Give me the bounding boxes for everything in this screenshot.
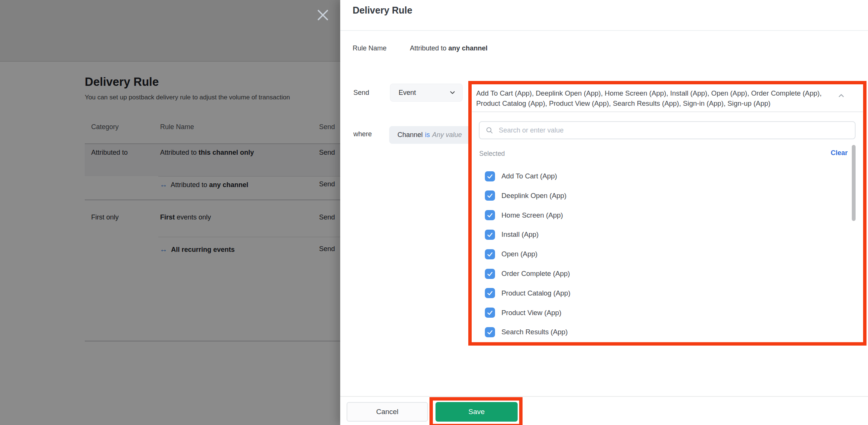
rule-name-label: Rule Name (353, 44, 387, 52)
search-icon (486, 126, 494, 134)
page-title: Delivery Rule (353, 5, 412, 16)
send-type-select[interactable]: Event (390, 84, 463, 102)
cancel-button[interactable]: Cancel (347, 402, 428, 422)
option-label: Home Screen (App) (501, 211, 563, 219)
dropdown-option[interactable]: Open (App) (485, 244, 538, 264)
footer-divider (340, 396, 868, 397)
option-label: Deeplink Open (App) (501, 192, 567, 200)
dropdown-option[interactable]: Product View (App) (485, 303, 561, 323)
checkbox-checked-icon[interactable] (485, 249, 495, 259)
screen: Delivery Rule You can set up postback de… (0, 0, 868, 425)
event-search-box (479, 121, 856, 139)
where-condition-pill[interactable]: Channel is Any value (389, 126, 471, 144)
search-input[interactable] (498, 126, 851, 135)
dropdown-option[interactable]: Search Results (App) (485, 322, 568, 342)
close-icon[interactable] (317, 9, 329, 21)
chevron-up-icon[interactable] (837, 91, 845, 101)
checkbox-checked-icon[interactable] (485, 171, 495, 181)
checkbox-checked-icon[interactable] (485, 210, 495, 220)
option-label: Add To Cart (App) (501, 172, 557, 180)
option-label: Install (App) (501, 230, 539, 239)
selected-events-summary-line2[interactable]: Product Catalog (App), Product View (App… (476, 98, 770, 108)
dropdown-option[interactable]: Home Screen (App) (485, 206, 563, 225)
where-value: Any value (432, 131, 462, 139)
option-label: Product Catalog (App) (501, 289, 570, 297)
option-label: Open (App) (501, 250, 538, 258)
where-field: Channel (397, 131, 423, 139)
where-operator: is (425, 131, 430, 139)
checkbox-checked-icon[interactable] (485, 269, 495, 279)
send-type-value: Event (399, 89, 416, 97)
chevron-down-icon (449, 89, 456, 96)
dropdown-option[interactable]: Install (App) (485, 225, 539, 244)
checkbox-checked-icon[interactable] (485, 308, 495, 318)
checkbox-checked-icon[interactable] (485, 230, 495, 240)
checkbox-checked-icon[interactable] (485, 288, 495, 298)
checkbox-checked-icon[interactable] (485, 190, 495, 201)
dropdown-header-divider (472, 111, 863, 112)
selected-section-label: Selected (479, 150, 505, 158)
scrollbar-thumb[interactable] (852, 145, 856, 221)
save-button[interactable]: Save (436, 402, 518, 422)
dropdown-option[interactable]: Order Complete (App) (485, 264, 570, 283)
option-label: Product View (App) (501, 309, 561, 317)
option-label: Order Complete (App) (501, 270, 570, 278)
dropdown-option[interactable]: Deeplink Open (App) (485, 186, 567, 206)
option-label: Search Results (App) (501, 328, 568, 336)
checkbox-checked-icon[interactable] (485, 327, 495, 337)
where-label: where (353, 130, 372, 138)
clear-link[interactable]: Clear (831, 149, 848, 157)
dropdown-option[interactable]: Add To Cart (App) (485, 166, 557, 186)
send-label: Send (353, 89, 369, 97)
title-divider (340, 30, 868, 31)
rule-name-value: Attributed to any channel (410, 44, 487, 52)
selected-events-summary-line1[interactable]: Add To Cart (App), Deeplink Open (App), … (476, 88, 822, 98)
delivery-rule-drawer: Delivery Rule Rule Name Attributed to an… (340, 0, 868, 425)
dropdown-option[interactable]: Product Catalog (App) (485, 283, 570, 303)
modal-backdrop[interactable] (0, 0, 340, 425)
